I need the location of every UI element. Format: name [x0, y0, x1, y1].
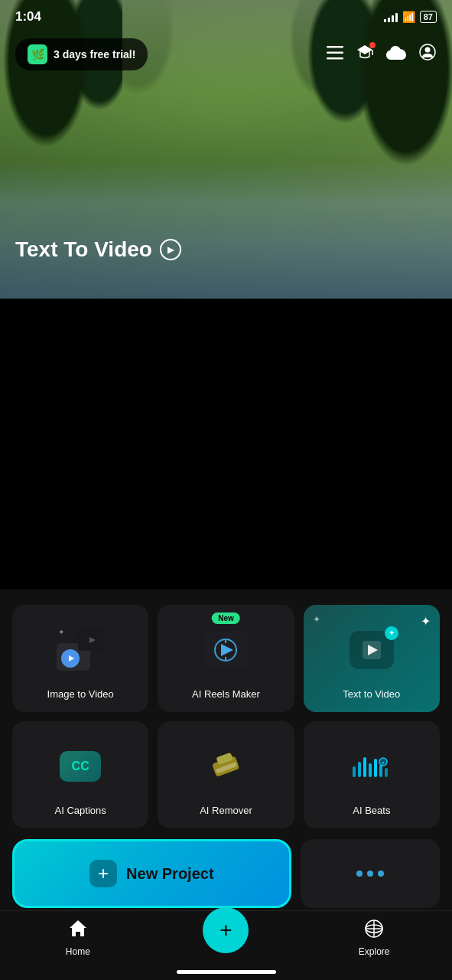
tool-card-ai-beats[interactable]: ✦ AI Beats	[304, 721, 440, 828]
home-label: Home	[66, 946, 90, 957]
svg-rect-20	[363, 757, 366, 777]
battery-indicator: 87	[420, 11, 437, 23]
explore-label: Explore	[359, 946, 390, 957]
tool-icon-image-to-video: ✦	[24, 617, 136, 682]
svg-rect-23	[379, 765, 382, 777]
new-project-label: New Project	[126, 865, 213, 883]
svg-rect-2	[327, 57, 343, 60]
hero-play-icon[interactable]: ▶	[160, 239, 181, 260]
tool-card-ai-captions[interactable]: CC AI Captions	[12, 721, 148, 828]
svg-rect-1	[327, 52, 343, 54]
svg-marker-9	[221, 644, 233, 656]
tool-card-ai-remover[interactable]: AI Remover	[158, 721, 294, 828]
bottom-action-grid: + New Project	[12, 839, 440, 908]
more-button[interactable]	[301, 839, 440, 908]
tool-icon-text-to-video: ✦	[316, 617, 428, 682]
app-logo: 🌿	[28, 44, 47, 64]
top-icons	[327, 43, 437, 66]
more-dots-icon	[356, 871, 384, 877]
tool-label-ai-remover: AI Remover	[200, 805, 252, 816]
status-icons: 📶 87	[384, 11, 437, 23]
status-time: 1:04	[15, 9, 41, 24]
new-project-button[interactable]: + New Project	[12, 839, 291, 908]
cc-icon: CC	[60, 751, 101, 782]
nav-home[interactable]: Home	[47, 919, 109, 957]
explore-icon	[364, 919, 384, 943]
signal-icon	[384, 11, 398, 22]
svg-point-6	[425, 47, 431, 53]
tool-icon-ai-beats: ✦	[316, 733, 428, 799]
tool-card-image-to-video[interactable]: ✦ Image to Video	[12, 605, 148, 712]
notification-dot	[369, 42, 376, 48]
create-plus-icon: +	[219, 918, 232, 942]
trial-text: 3 days free trial!	[54, 48, 135, 60]
svg-rect-0	[327, 46, 343, 48]
tools-grid-row2: CC AI Captions AI Remover	[12, 721, 440, 828]
hero-title-container: Text To Video ▶	[15, 237, 437, 262]
tool-card-text-to-video[interactable]: ✦ ✦ ✦ Text to Video	[304, 605, 440, 712]
tool-label-text-to-video: Text to Video	[343, 688, 400, 700]
home-icon	[68, 919, 88, 943]
create-button[interactable]: +	[203, 907, 249, 953]
tool-label-ai-reels: AI Reels Maker	[192, 688, 260, 700]
svg-rect-24	[385, 768, 388, 777]
new-project-plus-icon: +	[89, 860, 117, 887]
svg-marker-8	[69, 655, 74, 662]
svg-rect-18	[353, 766, 356, 777]
svg-text:✦: ✦	[381, 760, 385, 766]
svg-rect-19	[358, 762, 361, 777]
new-badge: New	[212, 612, 240, 624]
tool-label-ai-captions: AI Captions	[55, 805, 106, 816]
hero-title: Text To Video ▶	[15, 237, 437, 262]
tool-label-ai-beats: AI Beats	[353, 805, 390, 816]
sparkle-icon-right: ✦	[421, 614, 431, 629]
wifi-icon: 📶	[402, 11, 415, 23]
tool-icon-ai-captions: CC	[24, 733, 136, 799]
trial-badge[interactable]: 🌿 3 days free trial!	[15, 38, 148, 70]
graduation-icon[interactable]	[356, 44, 374, 65]
tools-grid-row1: ✦ Image to Video New AI Reels Maker	[12, 605, 440, 712]
tool-icon-ai-reels	[170, 617, 281, 682]
svg-rect-22	[374, 759, 377, 777]
tool-label-image-to-video: Image to Video	[47, 688, 114, 700]
cloud-icon[interactable]	[386, 44, 406, 64]
tool-card-ai-reels[interactable]: New AI Reels Maker	[158, 605, 294, 712]
nav-explore[interactable]: Explore	[343, 919, 405, 957]
home-indicator	[177, 970, 276, 974]
tool-icon-ai-remover	[170, 733, 281, 799]
menu-icon[interactable]	[327, 44, 343, 64]
svg-marker-7	[89, 637, 96, 643]
svg-rect-21	[369, 763, 372, 777]
avatar-icon[interactable]	[418, 43, 437, 66]
status-bar: 1:04 📶 87	[0, 0, 452, 31]
sparkle-icon: ✦	[313, 614, 320, 625]
